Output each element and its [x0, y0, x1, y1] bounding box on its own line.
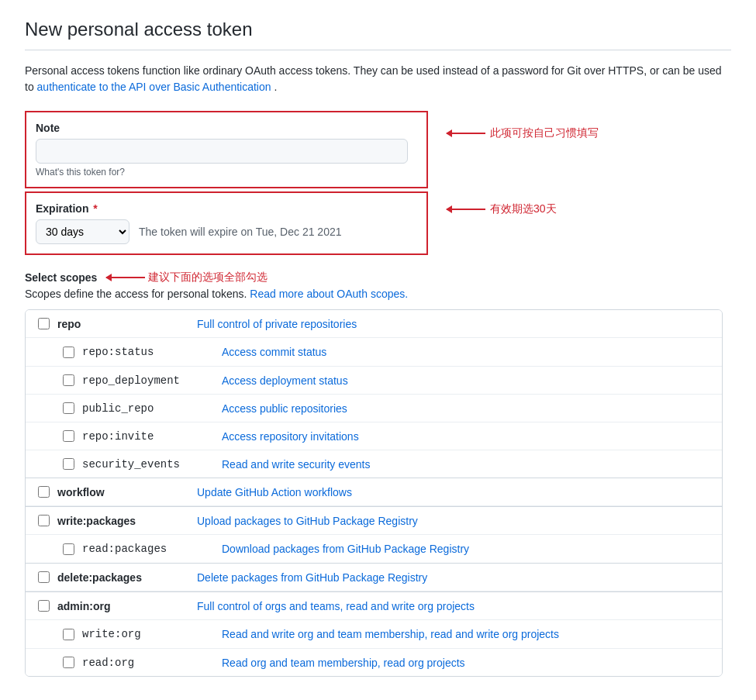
scope-name-read-packages: read:packages — [82, 543, 222, 555]
scopes-section: Select scopes 建议下面的选项全部勾选 Scopes define … — [25, 271, 731, 677]
scope-desc-repo-status: Access commit status — [222, 346, 709, 358]
scope-row-workflow: workflow Update GitHub Action workflows — [26, 478, 722, 506]
scope-group-write-packages: write:packages Upload packages to GitHub… — [26, 507, 722, 564]
scope-checkbox-read-packages[interactable] — [63, 543, 74, 555]
scopes-desc: Scopes define the access for personal to… — [25, 288, 731, 300]
expiration-row: 7 days 30 days 60 days 90 days Custom No… — [36, 219, 417, 244]
scope-checkbox-write-packages[interactable] — [38, 515, 50, 526]
page-title: New personal access token — [25, 19, 731, 40]
scopes-arrow-shaft — [106, 277, 145, 278]
scope-name-security-events: security_events — [82, 458, 222, 471]
scope-desc-repo-invite: Access repository invitations — [222, 430, 709, 443]
note-annotation: 此项可按自己习惯填写 — [447, 126, 599, 140]
scope-group-delete-packages: delete:packages Delete packages from Git… — [26, 564, 722, 592]
scope-row-repo-status: repo:status Access commit status — [26, 338, 722, 366]
scope-desc-write-org: Read and write org and team membership, … — [222, 628, 709, 640]
scope-desc-security-events: Read and write security events — [222, 458, 709, 471]
scope-name-repo-deployment: repo_deployment — [82, 374, 222, 387]
scope-desc-repo-deployment: Access deployment status — [222, 374, 709, 387]
scope-row-write-org: write:org Read and write org and team me… — [26, 620, 722, 648]
scopes-arrow-container: 建议下面的选项全部勾选 — [106, 271, 268, 284]
scope-desc-read-packages: Download packages from GitHub Package Re… — [222, 543, 709, 555]
scope-checkbox-admin-org[interactable] — [38, 600, 50, 612]
scope-row-read-packages: read:packages Download packages from Git… — [26, 535, 722, 563]
api-auth-link[interactable]: authenticate to the API over Basic Authe… — [37, 81, 271, 93]
scope-checkbox-read-org[interactable] — [63, 657, 74, 668]
scope-name-write-org: write:org — [82, 628, 222, 640]
expiration-section: Expiration * 7 days 30 days 60 days 90 d… — [25, 191, 731, 255]
scope-checkbox-write-org[interactable] — [63, 629, 74, 640]
scopes-title: Select scopes — [25, 271, 97, 284]
scope-row-repo-invite: repo:invite Access repository invitation… — [26, 422, 722, 450]
scopes-desc-text: Scopes define the access for personal to… — [25, 288, 250, 300]
scope-row-repo-deployment: repo_deployment Access deployment status — [26, 366, 722, 394]
note-input[interactable] — [36, 139, 408, 164]
scope-group-repo: repo Full control of private repositorie… — [26, 310, 722, 478]
expiration-annotation-text: 有效期选30天 — [490, 202, 557, 216]
scope-name-delete-packages: delete:packages — [57, 571, 197, 584]
scope-name-workflow: workflow — [57, 486, 197, 498]
scope-row-security-events: security_events Read and write security … — [26, 450, 722, 478]
intro-text2: . — [274, 81, 277, 93]
expiration-arrow — [447, 209, 485, 210]
scope-name-write-packages: write:packages — [57, 515, 197, 527]
scope-checkbox-repo-deployment[interactable] — [63, 374, 74, 386]
required-marker: * — [90, 202, 97, 215]
intro-paragraph: Personal access tokens function like ord… — [25, 63, 731, 95]
scope-row-public-repo: public_repo Access public repositories — [26, 394, 722, 422]
expiration-select[interactable]: 7 days 30 days 60 days 90 days Custom No… — [36, 219, 129, 244]
scope-desc-public-repo: Access public repositories — [222, 402, 709, 415]
scope-desc-repo: Full control of private repositories — [197, 318, 709, 330]
note-annotation-text: 此项可按自己习惯填写 — [490, 126, 599, 140]
scope-row-write-packages: write:packages Upload packages to GitHub… — [26, 507, 722, 535]
note-arrow — [447, 133, 485, 134]
scope-checkbox-security-events[interactable] — [63, 458, 74, 470]
expiration-note: The token will expire on Tue, Dec 21 202… — [139, 226, 342, 238]
expiration-field-box: Expiration * 7 days 30 days 60 days 90 d… — [25, 191, 428, 255]
note-label: Note — [36, 122, 417, 134]
scope-row-delete-packages: delete:packages Delete packages from Git… — [26, 564, 722, 591]
expiration-label: Expiration * — [36, 202, 417, 215]
scopes-header: Select scopes 建议下面的选项全部勾选 — [25, 271, 731, 284]
note-field-box: Note What's this token for? — [25, 111, 428, 188]
scopes-annotation-text: 建议下面的选项全部勾选 — [148, 271, 268, 284]
oauth-scopes-link[interactable]: Read more about OAuth scopes. — [250, 288, 408, 300]
scope-name-read-org: read:org — [82, 657, 222, 669]
scope-checkbox-public-repo[interactable] — [63, 402, 74, 414]
scope-desc-delete-packages: Delete packages from GitHub Package Regi… — [197, 571, 709, 584]
scope-checkbox-repo[interactable] — [38, 318, 50, 329]
scope-checkbox-repo-invite[interactable] — [63, 430, 74, 442]
scope-name-repo-status: repo:status — [82, 346, 222, 358]
note-hint: What's this token for? — [36, 167, 417, 178]
expiration-annotation: 有效期选30天 — [447, 202, 557, 216]
scope-desc-read-org: Read org and team membership, read org p… — [222, 657, 709, 669]
scope-row-admin-org: admin:org Full control of orgs and teams… — [26, 592, 722, 620]
scope-checkbox-delete-packages[interactable] — [38, 571, 50, 583]
scope-checkbox-workflow[interactable] — [38, 486, 50, 498]
scope-desc-write-packages: Upload packages to GitHub Package Regist… — [197, 515, 709, 527]
scope-checkbox-repo-status[interactable] — [63, 347, 74, 358]
scope-group-workflow: workflow Update GitHub Action workflows — [26, 478, 722, 507]
scope-row-repo: repo Full control of private repositorie… — [26, 310, 722, 338]
scopes-table: repo Full control of private repositorie… — [25, 309, 723, 677]
scope-row-read-org: read:org Read org and team membership, r… — [26, 648, 722, 676]
scope-name-repo: repo — [57, 318, 197, 330]
scope-name-repo-invite: repo:invite — [82, 430, 222, 443]
scope-name-public-repo: public_repo — [82, 402, 222, 415]
scope-desc-admin-org: Full control of orgs and teams, read and… — [197, 600, 709, 612]
note-section: Note What's this token for? 此项可按自己习惯填写 — [25, 111, 731, 188]
scope-desc-workflow: Update GitHub Action workflows — [197, 486, 709, 498]
scope-name-admin-org: admin:org — [57, 600, 197, 612]
scope-group-admin-org: admin:org Full control of orgs and teams… — [26, 592, 722, 676]
